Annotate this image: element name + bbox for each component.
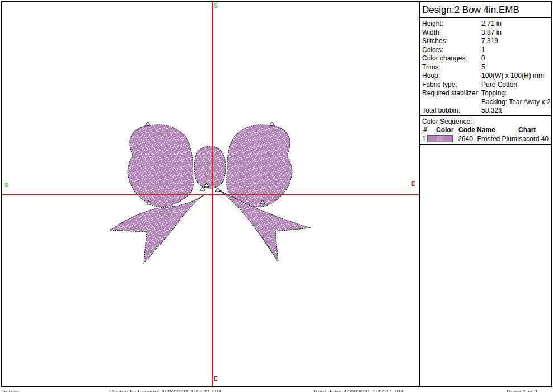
info-row-trims: Trims: 5 [420,63,551,72]
thread-color-swatch: 20 [427,135,453,142]
info-label: Fabric type: [422,81,481,90]
col-header-color: Color [436,126,458,134]
footer-page-number: Page 1 of 1 [507,389,538,392]
start-marker-left: S [4,183,8,188]
info-row-bobbin: Total bobbin: 58.32ft [420,106,551,115]
info-value: 1 [481,46,551,55]
info-value: 2.71 in [481,20,551,29]
info-value: 0 [481,54,551,63]
info-label: Required stabilizer: [422,89,481,106]
footer-print-date: Print date: 4/28/2021 1:47:11 PM [313,389,404,392]
info-label: Width: [422,29,481,38]
info-value: Pure Cotton [481,81,551,90]
design-info-panel: Design:2 Bow 4in.EMB Height: 2.71 in Wid… [420,2,551,386]
thread-name: Frosted Plum [477,135,517,143]
design-info-table: Height: 2.71 in Width: 3.87 in Stitches:… [420,18,551,116]
info-row-fabric: Fabric type: Pure Cotton [420,81,551,90]
color-sequence-header-row: # Color Code Name Chart [420,126,551,134]
bow-knot [194,146,225,188]
col-header-chart: Chart [518,126,551,134]
info-label: Total bobbin: [422,106,481,115]
info-value: 5 [481,63,551,72]
thread-chart: Isacord 40 [517,135,549,143]
info-label: Hoop: [422,72,481,81]
col-header-num: # [423,126,436,134]
design-title: Design:2 Bow 4in.EMB [420,2,551,18]
info-label: Stitches: [422,37,481,46]
col-header-name: Name [477,126,518,134]
info-value: 3.87 in [481,29,551,38]
info-row-colors: Colors: 1 [420,46,551,55]
page-footer: Initials Design last saved: 4/28/2021 1:… [0,389,553,392]
thread-code: 2640 [458,135,476,143]
start-marker-top: S [214,3,218,9]
color-row-number: 1. [422,135,427,143]
info-row-width: Width: 3.87 in [420,29,551,38]
start-end-horizontal-line [2,194,419,195]
end-marker-bottom: E [214,376,218,382]
end-marker-right: E [411,181,415,187]
info-label: Height: [422,20,481,29]
info-value: Topping: Backing: Tear Away x 2 [481,89,551,106]
info-value: 7,319 [481,37,551,46]
stabilizer-backing: Backing: Tear Away x 2 [481,98,551,106]
footer-left-text: Initials [2,389,20,392]
design-canvas: S S E E [2,2,420,386]
stabilizer-topping: Topping: [481,89,507,97]
color-sequence-row: 1. 20 2640 Frosted Plum Isacord 40 [420,134,551,144]
info-row-height: Height: 2.71 in [420,20,551,29]
info-row-stabilizer: Required stabilizer: Topping: Backing: T… [420,89,551,106]
col-header-code: Code [458,126,477,134]
info-label: Colors: [422,46,481,55]
info-label: Color changes: [422,54,481,63]
color-sequence-section: Color Sequence: # Color Code Name Chart … [420,116,551,145]
info-value: 58.32ft [481,106,551,115]
color-sequence-title: Color Sequence: [420,118,551,126]
info-row-color-changes: Color changes: 0 [420,54,551,63]
print-preview-frame: S S E E Design:2 Bow 4in.EMB Height: 2.7… [1,1,552,387]
footer-saved-date: Design last saved: 4/28/2021 1:47:11 PM [109,389,221,392]
info-value: 100(W) x 100(H) mm [481,72,551,81]
info-row-stitches: Stitches: 7,319 [420,37,551,46]
info-label: Trims: [422,63,481,72]
info-row-hoop: Hoop: 100(W) x 100(H) mm [420,72,551,81]
